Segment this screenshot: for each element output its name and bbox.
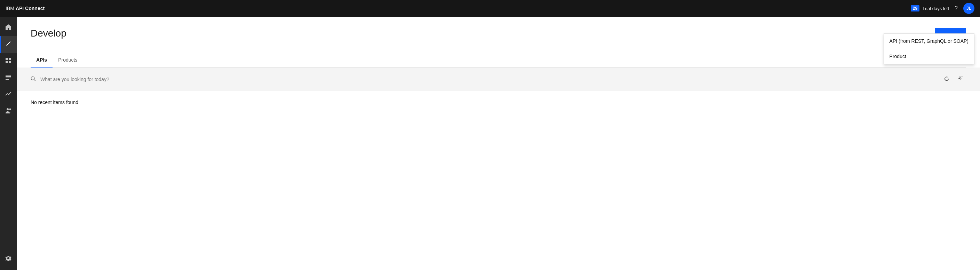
brand-name: IBM: [6, 6, 14, 11]
edit-icon: [5, 40, 12, 49]
sidebar-item-home[interactable]: [0, 19, 17, 36]
svg-rect-7: [6, 79, 9, 80]
refresh-button[interactable]: [941, 73, 952, 86]
page-title: Develop: [30, 28, 67, 39]
product-name: API Connect: [16, 6, 45, 11]
svg-rect-1: [9, 58, 11, 60]
svg-rect-5: [6, 76, 11, 77]
sidebar-item-apps[interactable]: [0, 53, 17, 70]
svg-rect-0: [6, 58, 8, 60]
trial-days-text: Trial days left: [922, 6, 949, 11]
search-actions: [941, 73, 966, 86]
trial-days-number: 29: [911, 5, 920, 11]
no-items-text: No recent items found: [30, 100, 966, 105]
avatar-initials: JL: [966, 6, 971, 11]
search-icon: [30, 76, 36, 83]
top-navigation: IBM API Connect 29 Trial days left ? JL: [0, 0, 980, 17]
sidebar-item-reports[interactable]: [0, 70, 17, 86]
apps-icon: [5, 57, 12, 66]
svg-point-9: [10, 108, 11, 110]
svg-rect-4: [6, 75, 11, 76]
sidebar-item-develop[interactable]: [0, 36, 17, 53]
avatar[interactable]: JL: [963, 3, 974, 14]
search-area: [17, 68, 980, 91]
add-dropdown-menu: API (from REST, GraphQL or SOAP) Product: [884, 33, 974, 64]
help-button[interactable]: ?: [952, 2, 961, 14]
sidebar-item-members[interactable]: [0, 103, 17, 120]
sidebar: [0, 17, 17, 270]
page-header: Develop Add: [30, 28, 966, 44]
dropdown-item-api[interactable]: API (from REST, GraphQL or SOAP): [884, 34, 974, 49]
svg-rect-3: [9, 61, 11, 64]
tab-apis[interactable]: APIs: [30, 53, 52, 68]
filter-settings-button[interactable]: [955, 73, 966, 86]
app-logo: IBM API Connect: [6, 6, 45, 11]
search-input[interactable]: [40, 76, 938, 82]
reports-icon: [5, 74, 12, 83]
svg-point-8: [6, 108, 9, 110]
members-icon: [5, 107, 12, 116]
help-icon: ?: [955, 5, 958, 11]
sidebar-bottom: [0, 251, 17, 270]
analytics-icon: [5, 91, 12, 99]
trial-badge: 29 Trial days left: [911, 5, 949, 11]
search-wrapper: [30, 76, 938, 83]
tab-products[interactable]: Products: [52, 53, 83, 68]
tabs-container: APIs Products: [30, 53, 966, 68]
main-content: Develop Add APIs Products: [17, 17, 980, 270]
svg-rect-2: [6, 61, 8, 64]
settings-icon: [5, 255, 12, 264]
home-icon: [5, 24, 12, 32]
sidebar-item-settings[interactable]: [0, 251, 17, 267]
sidebar-item-analytics[interactable]: [0, 86, 17, 103]
svg-rect-6: [6, 78, 11, 78]
dropdown-item-product[interactable]: Product: [884, 49, 974, 64]
